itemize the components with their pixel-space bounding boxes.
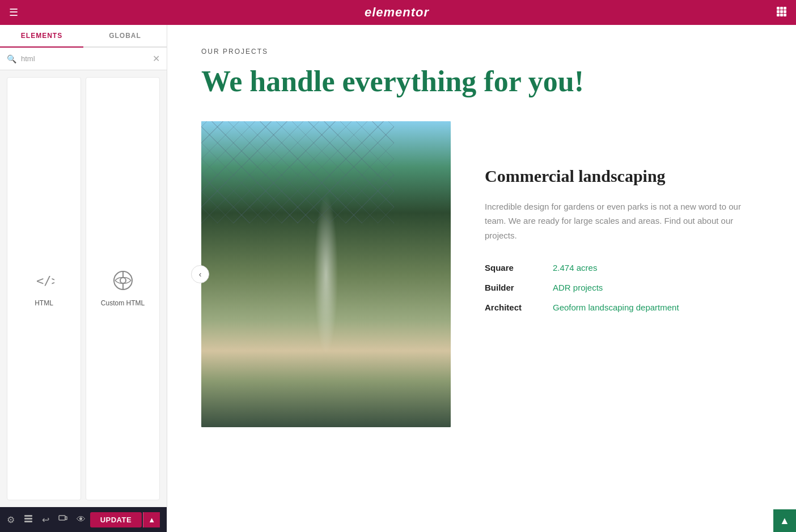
- project-info: Commercial landscaping Incredible design…: [485, 121, 757, 313]
- svg-point-33: [292, 178, 360, 223]
- widget-grid: </> HTML: [0, 70, 167, 507]
- svg-rect-2: [784, 7, 786, 10]
- svg-point-46: [335, 396, 397, 427]
- sidebar-tabs: ELEMENTS GLOBAL: [0, 25, 167, 48]
- hamburger-icon[interactable]: ☰: [9, 6, 18, 19]
- update-dropdown-button[interactable]: ▲: [143, 512, 160, 527]
- top-bar-right: [776, 6, 787, 20]
- main-layout: ELEMENTS GLOBAL 🔍 ✕ </> HTML: [0, 25, 796, 532]
- svg-rect-50: [201, 291, 252, 296]
- svg-line-20: [201, 121, 326, 223]
- svg-rect-49: [201, 280, 258, 284]
- svg-point-32: [360, 175, 451, 237]
- detail-label-architect: Architect: [485, 303, 553, 312]
- tab-global[interactable]: GLOBAL: [83, 25, 167, 46]
- svg-text:</>: </>: [36, 274, 54, 288]
- svg-rect-52: [201, 314, 241, 318]
- svg-rect-16: [24, 521, 32, 522]
- svg-point-43: [201, 359, 275, 427]
- detail-value-builder[interactable]: ADR projects: [553, 283, 603, 292]
- search-bar: 🔍 ✕: [0, 48, 167, 70]
- svg-rect-3: [777, 10, 780, 13]
- scroll-up-arrow[interactable]: ▲: [773, 509, 796, 532]
- toolbar-icons: ⚙ ↩ 👁: [7, 514, 86, 525]
- project-section: ‹: [201, 121, 757, 427]
- detail-row-architect: Architect Geoform landscaping department: [485, 303, 757, 312]
- svg-point-45: [258, 388, 315, 427]
- svg-rect-41: [201, 348, 451, 427]
- svg-rect-7: [780, 14, 783, 16]
- svg-line-23: [326, 121, 337, 223]
- svg-rect-47: [201, 257, 269, 262]
- wordpress-icon: [113, 270, 133, 295]
- html-code-icon: </>: [34, 270, 54, 295]
- svg-point-39: [286, 334, 366, 351]
- svg-rect-17: [59, 516, 65, 520]
- content-area: OUR PROJECTS We handle everything for yo…: [167, 25, 796, 532]
- top-bar: ☰ elementor: [0, 0, 796, 25]
- detail-value-square[interactable]: 2.474 acres: [553, 263, 597, 273]
- widget-html-label: HTML: [35, 299, 53, 307]
- svg-rect-37: [312, 206, 340, 365]
- svg-line-26: [326, 144, 451, 223]
- update-area: UPDATE ▲: [90, 512, 160, 527]
- search-input[interactable]: [21, 54, 148, 63]
- search-icon: 🔍: [7, 54, 16, 63]
- section-title: We handle everything for you!: [201, 65, 757, 99]
- undo-icon[interactable]: ↩: [42, 514, 49, 525]
- svg-rect-14: [24, 515, 32, 517]
- settings-icon[interactable]: ⚙: [7, 514, 15, 525]
- svg-rect-36: [303, 206, 349, 365]
- detail-row-square: Square 2.474 acres: [485, 263, 757, 273]
- clear-icon[interactable]: ✕: [153, 53, 160, 64]
- svg-rect-48: [201, 269, 264, 273]
- svg-rect-19: [201, 121, 451, 223]
- logo: elementor: [365, 5, 429, 20]
- preview-content: OUR PROJECTS We handle everything for yo…: [167, 25, 791, 461]
- update-button[interactable]: UPDATE: [90, 512, 142, 527]
- svg-point-40: [281, 352, 371, 366]
- svg-rect-18: [65, 517, 67, 520]
- svg-rect-34: [269, 206, 383, 320]
- tab-elements[interactable]: ELEMENTS: [0, 25, 83, 48]
- detail-value-architect[interactable]: Geoform landscaping department: [553, 303, 679, 312]
- detail-row-builder: Builder ADR projects: [485, 283, 757, 292]
- svg-line-29: [201, 138, 451, 172]
- widget-custom-html[interactable]: Custom HTML: [86, 77, 160, 500]
- project-image-wrap: ‹: [201, 121, 451, 427]
- detail-label-builder: Builder: [485, 283, 553, 292]
- project-image: [201, 121, 451, 427]
- widget-html[interactable]: </> HTML: [7, 77, 81, 500]
- svg-line-22: [292, 121, 326, 223]
- sidebar: ELEMENTS GLOBAL 🔍 ✕ </> HTML: [0, 25, 167, 532]
- svg-rect-5: [784, 10, 786, 13]
- svg-rect-38: [317, 206, 335, 365]
- widget-custom-html-label: Custom HTML: [101, 299, 145, 307]
- svg-point-11: [120, 278, 126, 283]
- svg-point-44: [380, 368, 451, 427]
- svg-point-31: [201, 178, 298, 246]
- grid-icon[interactable]: [776, 6, 787, 20]
- svg-point-35: [269, 194, 383, 216]
- svg-rect-6: [777, 14, 780, 16]
- svg-line-21: [247, 121, 326, 223]
- layers-icon[interactable]: [24, 514, 33, 525]
- svg-point-42: [258, 342, 394, 376]
- project-title: Commercial landscaping: [485, 167, 757, 186]
- svg-rect-4: [780, 10, 783, 13]
- svg-line-25: [326, 121, 428, 223]
- bottom-toolbar: ⚙ ↩ 👁 UPDATE: [0, 507, 167, 532]
- svg-rect-0: [777, 7, 780, 10]
- svg-line-30: [201, 138, 451, 172]
- responsive-icon[interactable]: [58, 514, 67, 525]
- top-bar-left: ☰: [9, 6, 18, 19]
- svg-rect-15: [24, 518, 32, 520]
- svg-rect-51: [201, 303, 247, 307]
- svg-rect-1: [780, 7, 783, 10]
- prev-arrow[interactable]: ‹: [191, 265, 209, 283]
- detail-label-square: Square: [485, 263, 553, 273]
- eye-icon[interactable]: 👁: [77, 514, 86, 525]
- project-description: Incredible design for gardens or even pa…: [485, 199, 757, 243]
- project-details: Square 2.474 acres Builder ADR projects …: [485, 263, 757, 312]
- svg-rect-8: [784, 14, 786, 16]
